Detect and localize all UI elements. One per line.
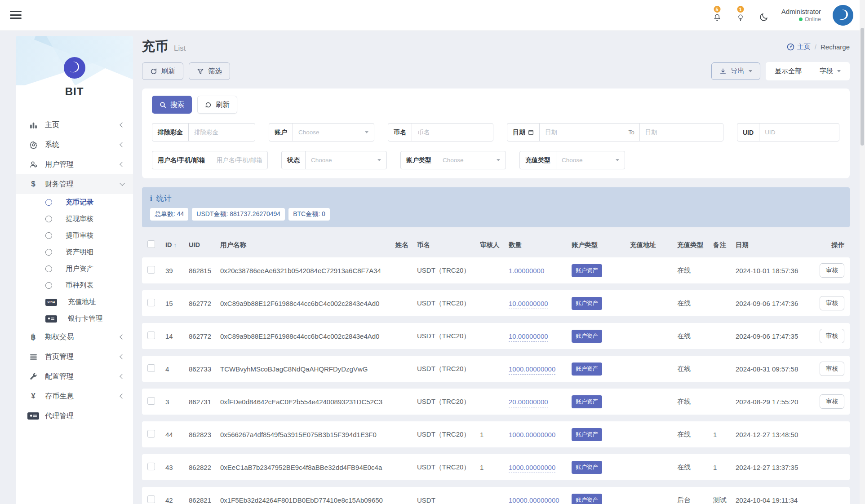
cell-recharge-type: 在线 bbox=[677, 365, 713, 373]
table-body: 398628150x20c38786eeAe6321b0542084eC7291… bbox=[142, 257, 850, 504]
amount-link[interactable]: 10.00000000 bbox=[509, 300, 548, 309]
sidebar-subitem-9[interactable]: 币种列表 bbox=[16, 277, 133, 294]
search-button[interactable]: 搜索 bbox=[152, 96, 192, 114]
review-button[interactable]: 审核 bbox=[820, 394, 844, 409]
cell-coin: USDT（TRC20） bbox=[417, 332, 480, 340]
cell-coin: USDT（TRC20） bbox=[417, 365, 480, 373]
cell-recharge-type: 在线 bbox=[677, 463, 713, 472]
admin-block[interactable]: Administrator Online bbox=[781, 8, 821, 23]
row-checkbox[interactable] bbox=[147, 299, 155, 306]
sidebar-item-2[interactable]: 用户管理 bbox=[16, 155, 133, 174]
review-button[interactable]: 审核 bbox=[820, 263, 844, 278]
row-checkbox[interactable] bbox=[147, 266, 155, 274]
recharge-table: ID↑UID用户名称姓名币名审核人数量账户类型充值地址充值类型备注日期操作 39… bbox=[142, 238, 850, 504]
row-checkbox[interactable] bbox=[147, 397, 155, 405]
sidebar-item-0[interactable]: 主页 bbox=[16, 115, 133, 135]
account-type-badge: 账户资产 bbox=[572, 264, 602, 277]
refresh-button[interactable]: 刷新 bbox=[142, 62, 183, 80]
table-row-39: 398628150x20c38786eeAe6321b0542084eC7291… bbox=[142, 257, 850, 283]
id-card-icon bbox=[27, 412, 39, 420]
sidebar-menu: 主页系统用户管理$财务管理充币记录提现审核提币审核资产明细用户资产币种列表VIS… bbox=[16, 115, 133, 426]
row-checkbox[interactable] bbox=[147, 332, 155, 339]
sidebar-subitem-8[interactable]: 用户资产 bbox=[16, 261, 133, 277]
sidebar-subitem-4[interactable]: 充币记录 bbox=[16, 194, 133, 211]
users-icon bbox=[27, 160, 39, 169]
filter-group-1-5: UID bbox=[737, 123, 839, 141]
filter-label: UID bbox=[737, 124, 759, 141]
date-from-input[interactable] bbox=[540, 124, 623, 141]
sidebar-subitem-6[interactable]: 提币审核 bbox=[16, 227, 133, 244]
filter-label: 币名 bbox=[388, 124, 412, 141]
amount-link[interactable]: 1000.00000000 bbox=[509, 431, 555, 440]
sidebar-item-15[interactable]: ¥存币生息 bbox=[16, 386, 133, 406]
sidebar-item-1[interactable]: 系统 bbox=[16, 135, 133, 155]
scrollbar-thumb[interactable] bbox=[861, 28, 864, 146]
page-scrollbar[interactable] bbox=[860, 0, 865, 504]
sidebar-subitem-10[interactable]: VISA充值地址 bbox=[16, 294, 133, 310]
amount-link[interactable]: 10.00000000 bbox=[509, 332, 548, 342]
list-icon bbox=[27, 353, 39, 361]
amount-link[interactable]: 1000.00000000 bbox=[509, 365, 555, 375]
sidebar-subitem-5[interactable]: 提现审核 bbox=[16, 211, 133, 227]
filter-select[interactable]: Choose bbox=[437, 151, 506, 169]
amount-link[interactable]: 1.00000000 bbox=[509, 267, 544, 276]
row-checkbox[interactable] bbox=[147, 430, 155, 438]
sidebar-subitem-7[interactable]: 资产明细 bbox=[16, 244, 133, 261]
cell-username: 0xfFDe0d84642cEaC0E2b554e42400893231DC52… bbox=[220, 398, 395, 406]
sidebar-item-16[interactable]: 代理管理 bbox=[16, 406, 133, 426]
cell-coin: USDT（TRC20） bbox=[417, 463, 480, 472]
filter-select[interactable]: Choose bbox=[293, 124, 374, 141]
filter-select[interactable]: Choose bbox=[306, 151, 386, 169]
show-all-button[interactable]: 显示全部 bbox=[766, 67, 811, 75]
date-to-input[interactable] bbox=[640, 124, 723, 141]
row-checkbox[interactable] bbox=[147, 495, 155, 503]
row-checkbox[interactable] bbox=[147, 364, 155, 372]
fields-box: 显示全部 字段 bbox=[766, 62, 850, 80]
cell-id: 42 bbox=[165, 496, 189, 504]
filter-input[interactable] bbox=[189, 124, 255, 141]
breadcrumb: 主页 / Recharge bbox=[787, 43, 850, 51]
sidebar-item-13[interactable]: 首页管理 bbox=[16, 347, 133, 367]
cell-date: 2024-09-06 17:47:35 bbox=[736, 332, 816, 340]
sidebar-item-12[interactable]: ฿期权交易 bbox=[16, 327, 133, 347]
info-icon: i bbox=[150, 194, 152, 203]
breadcrumb-home-link[interactable]: 主页 bbox=[787, 43, 811, 51]
review-button[interactable]: 审核 bbox=[820, 296, 844, 310]
sort-asc-icon[interactable]: ↑ bbox=[174, 242, 177, 248]
bar-chart-icon bbox=[27, 121, 39, 129]
amount-link[interactable]: 20.00000000 bbox=[509, 398, 548, 407]
announcement-bulb-icon[interactable]: 1 bbox=[735, 9, 746, 22]
cell-date: 2024-08-29 17:55:20 bbox=[736, 398, 816, 406]
cell-username: 0x566267a4df8549f5a3915E075B3b15F394d1E3… bbox=[220, 431, 395, 438]
notification-bell-icon[interactable]: 5 bbox=[711, 9, 723, 22]
amount-link[interactable]: 1000.00000000 bbox=[509, 464, 555, 473]
filter-group-1-3: 币名 bbox=[388, 123, 493, 141]
logo-text: BIT bbox=[16, 85, 133, 98]
filter-input[interactable] bbox=[211, 151, 267, 169]
sidebar-subitem-11[interactable]: 银行卡管理 bbox=[16, 310, 133, 327]
filter-button[interactable]: 筛选 bbox=[189, 62, 230, 80]
sidebar-item-14[interactable]: 配置管理 bbox=[16, 367, 133, 386]
chevron-down-icon bbox=[616, 159, 619, 161]
breadcrumb-current: Recharge bbox=[821, 43, 850, 51]
bank-card-icon bbox=[45, 315, 57, 323]
avatar[interactable] bbox=[833, 5, 853, 26]
select-all-checkbox[interactable] bbox=[147, 240, 155, 248]
review-button[interactable]: 审核 bbox=[820, 329, 844, 343]
sidebar-item-3[interactable]: $财务管理 bbox=[16, 174, 133, 194]
filter-label: 排除彩金 bbox=[152, 124, 189, 141]
review-button[interactable]: 审核 bbox=[820, 362, 844, 376]
row-checkbox[interactable] bbox=[147, 463, 155, 470]
filter-group-1-2: 账户Choose bbox=[269, 123, 374, 141]
filter-select[interactable]: Choose bbox=[556, 151, 625, 169]
menu-toggle-icon[interactable] bbox=[10, 11, 22, 20]
fields-dropdown[interactable]: 字段 bbox=[811, 67, 850, 75]
cell-reviewer: 1 bbox=[480, 464, 509, 471]
amount-link[interactable]: 10000.00000000 bbox=[509, 496, 559, 504]
dark-mode-toggle-icon[interactable] bbox=[758, 9, 770, 22]
export-button[interactable]: 导出 bbox=[711, 62, 760, 80]
reset-button[interactable]: 刷新 bbox=[197, 96, 237, 114]
col-header: 日期 bbox=[736, 241, 816, 249]
filter-input[interactable] bbox=[759, 124, 839, 141]
filter-input[interactable] bbox=[412, 124, 493, 141]
